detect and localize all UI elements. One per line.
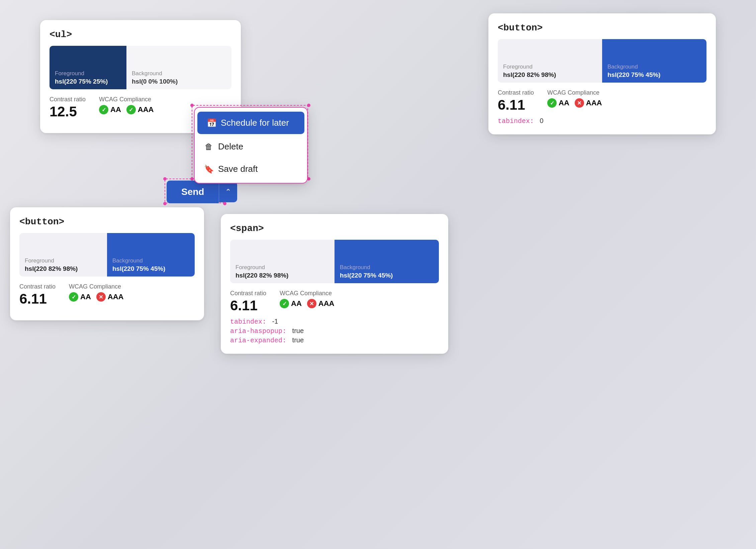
button-bottom-bg-swatch: Background hsl(220 75% 45%) xyxy=(107,233,195,277)
send-button[interactable]: Send xyxy=(167,181,219,203)
dot-bl xyxy=(163,202,167,205)
ul-wcag-label: WCAG Compliance xyxy=(99,96,154,103)
span-haspopup-key: aria-haspopup: xyxy=(230,327,286,335)
button-bottom-aaa-badge: ✕ AAA xyxy=(96,292,124,302)
span-bg-label: Background xyxy=(340,264,434,271)
button-top-wcag-label: WCAG Compliance xyxy=(547,89,602,96)
button-top-fg-value: hsl(220 82% 98%) xyxy=(503,71,597,79)
ul-contrast-label: Contrast ratio xyxy=(50,96,86,103)
button-bottom-contrast-value: 6.11 xyxy=(19,291,56,307)
ul-contrast-block: Contrast ratio 12.5 xyxy=(50,96,86,120)
send-chevron-button[interactable]: ⌃ xyxy=(219,182,237,202)
ul-bg-swatch-label: Background xyxy=(132,70,226,77)
ul-aaa-text: AAA xyxy=(138,105,154,114)
button-top-fg-swatch: Foreground hsl(220 82% 98%) xyxy=(498,39,602,83)
span-bg-value: hsl(220 75% 45%) xyxy=(340,272,434,279)
button-top-wcag-block: WCAG Compliance ✓ AA ✕ AAA xyxy=(547,89,602,108)
ul-fg-swatch-value: hsl(220 75% 25%) xyxy=(55,78,121,85)
ul-aa-badge: ✓ AA xyxy=(99,105,121,114)
ul-wcag-block: WCAG Compliance ✓ AA ✓ AAA xyxy=(99,96,154,114)
span-card: <span> Foreground hsl(220 82% 98%) Backg… xyxy=(221,214,448,354)
ul-swatches-row: Foreground hsl(220 75% 25%) Background h… xyxy=(50,46,231,89)
ul-aaa-badge: ✓ AAA xyxy=(126,105,154,114)
span-bg-swatch: Background hsl(220 75% 45%) xyxy=(335,240,439,283)
dropdown-menu[interactable]: 📅 Schedule for later 🗑 Delete 🔖 Save dra… xyxy=(194,107,308,184)
button-bottom-aa-badge: ✓ AA xyxy=(69,292,91,302)
span-aaa-icon: ✕ xyxy=(307,299,316,308)
button-top-bg-value: hsl(220 75% 45%) xyxy=(607,71,701,79)
dropdown-item-save-draft[interactable]: 🔖 Save draft xyxy=(195,158,307,180)
button-top-fg-label: Foreground xyxy=(503,64,597,70)
ul-aaa-icon: ✓ xyxy=(126,105,136,114)
button-top-aaa-icon: ✕ xyxy=(575,98,584,108)
span-contrast-block: Contrast ratio 6.11 xyxy=(230,290,266,314)
button-top-tabindex-row: tabindex: 0 xyxy=(498,117,706,125)
span-contrast-value: 6.11 xyxy=(230,298,266,314)
button-top-aa-badge: ✓ AA xyxy=(547,98,569,108)
button-top-contrast-row: Contrast ratio 6.11 WCAG Compliance ✓ AA… xyxy=(498,89,706,113)
dropdown-item-delete[interactable]: 🗑 Delete xyxy=(195,135,307,158)
button-bottom-aa-text: AA xyxy=(80,293,91,301)
button-top-wcag-badges: ✓ AA ✕ AAA xyxy=(547,98,602,108)
dropdown-dot-bl xyxy=(190,177,194,181)
ul-bg-swatch: Background hsl(0 0% 100%) xyxy=(126,46,231,89)
button-bottom-wcag-block: WCAG Compliance ✓ AA ✕ AAA xyxy=(69,283,123,302)
bookmark-icon: 🔖 xyxy=(204,164,213,174)
ul-fg-swatch-label: Foreground xyxy=(55,70,121,77)
button-bottom-title: <button> xyxy=(19,217,195,227)
button-bottom-bg-label: Background xyxy=(112,257,189,264)
span-fg-value: hsl(220 82% 98%) xyxy=(235,272,329,279)
button-bottom-aa-icon: ✓ xyxy=(69,292,78,302)
span-haspopup-val: true xyxy=(292,327,304,334)
button-bottom-fg-label: Foreground xyxy=(25,257,102,264)
span-wcag-label: WCAG Compliance xyxy=(280,290,334,297)
button-top-aaa-text: AAA xyxy=(586,99,602,107)
span-fg-label: Foreground xyxy=(235,264,329,271)
button-bottom-fg-swatch: Foreground hsl(220 82% 98%) xyxy=(19,233,107,277)
span-haspopup-row: aria-haspopup: true xyxy=(230,327,439,335)
button-bottom-wcag-badges: ✓ AA ✕ AAA xyxy=(69,292,123,302)
span-tabindex-key: tabindex: xyxy=(230,318,266,326)
delete-label: Delete xyxy=(218,141,243,152)
dropdown-item-schedule[interactable]: 📅 Schedule for later xyxy=(197,112,304,134)
button-top-card: <button> Foreground hsl(220 82% 98%) Bac… xyxy=(488,13,716,134)
button-top-bg-swatch: Background hsl(220 75% 45%) xyxy=(602,39,706,83)
span-contrast-label: Contrast ratio xyxy=(230,290,266,297)
ul-contrast-value: 12.5 xyxy=(50,104,86,120)
button-top-tabindex-val: 0 xyxy=(540,117,544,124)
button-bottom-contrast-row: Contrast ratio 6.11 WCAG Compliance ✓ AA… xyxy=(19,283,195,307)
span-contrast-row: Contrast ratio 6.11 WCAG Compliance ✓ AA… xyxy=(230,290,439,314)
button-bottom-contrast-label: Contrast ratio xyxy=(19,283,56,290)
span-aria-block: tabindex: -1 aria-haspopup: true aria-ex… xyxy=(230,318,439,344)
trash-icon: 🗑 xyxy=(204,142,213,151)
span-expanded-row: aria-expanded: true xyxy=(230,336,439,344)
span-wcag-badges: ✓ AA ✕ AAA xyxy=(280,299,334,308)
ul-fg-swatch: Foreground hsl(220 75% 25%) xyxy=(50,46,126,89)
send-button-group[interactable]: Send ⌃ xyxy=(167,181,237,203)
span-aa-text: AA xyxy=(291,299,302,308)
button-top-contrast-label: Contrast ratio xyxy=(498,89,534,96)
button-top-bg-label: Background xyxy=(607,64,701,70)
span-wcag-block: WCAG Compliance ✓ AA ✕ AAA xyxy=(280,290,334,308)
ul-aa-text: AA xyxy=(110,105,121,114)
button-bottom-aaa-icon: ✕ xyxy=(96,292,106,302)
span-tabindex-row: tabindex: -1 xyxy=(230,318,439,326)
ul-card-title: <ul> xyxy=(50,29,231,40)
button-top-aa-icon: ✓ xyxy=(547,98,557,108)
ul-wcag-badges: ✓ AA ✓ AAA xyxy=(99,105,154,114)
ul-aa-icon: ✓ xyxy=(99,105,108,114)
span-tabindex-val: -1 xyxy=(272,318,278,325)
button-top-contrast-value: 6.11 xyxy=(498,97,534,113)
button-bottom-wcag-label: WCAG Compliance xyxy=(69,283,123,290)
button-bottom-swatches: Foreground hsl(220 82% 98%) Background h… xyxy=(19,233,195,277)
ul-bg-swatch-value: hsl(0 0% 100%) xyxy=(132,78,226,85)
button-top-aaa-badge: ✕ AAA xyxy=(575,98,602,108)
button-top-title: <button> xyxy=(498,23,706,33)
button-top-swatches: Foreground hsl(220 82% 98%) Background h… xyxy=(498,39,706,83)
schedule-label: Schedule for later xyxy=(221,118,289,128)
dropdown-dot-tr xyxy=(307,104,310,107)
save-draft-label: Save draft xyxy=(218,164,258,174)
span-expanded-key: aria-expanded: xyxy=(230,337,286,344)
dot-tl xyxy=(163,177,167,181)
span-title: <span> xyxy=(230,223,439,234)
